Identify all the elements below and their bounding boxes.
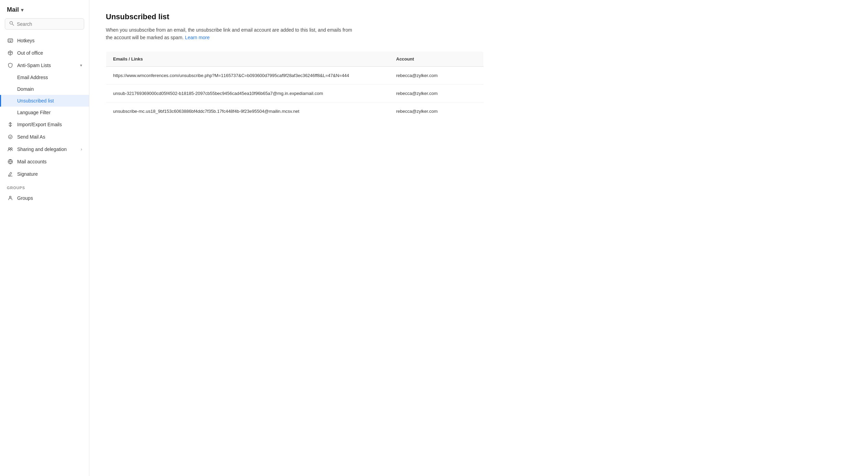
app-title-chevron-icon: ▾: [21, 7, 23, 13]
table-cell-email: https://www.wmconferences.com/unsubscrib…: [106, 66, 389, 84]
hotkeys-icon: [7, 38, 14, 43]
sidebar-item-domain[interactable]: Domain: [0, 83, 89, 95]
sidebar-item-signature-label: Signature: [17, 171, 82, 177]
sidebar-item-send-mail-as[interactable]: Send Mail As: [0, 131, 89, 143]
sidebar-item-anti-spam-label: Anti-Spam Lists: [17, 63, 77, 68]
table-cell-email: unsubscribe-mc.us18_9bf153c6063886bf4ddc…: [106, 102, 389, 120]
svg-rect-7: [10, 41, 11, 42]
table-header-emails: Emails / Links: [106, 51, 389, 66]
sidebar-item-import-export-label: Import/Export Emails: [17, 122, 82, 127]
sidebar-item-send-mail-as-label: Send Mail As: [17, 134, 82, 140]
sidebar-item-groups[interactable]: Groups: [0, 192, 89, 204]
page-description: When you unsubscribe from an email, the …: [106, 26, 353, 42]
sidebar-item-hotkeys[interactable]: Hotkeys: [0, 34, 89, 47]
table-row: unsub-321769369000cd05f4502-b18185-2097c…: [106, 84, 484, 102]
page-title: Unsubscribed list: [106, 12, 852, 21]
table-cell-account: rebecca@zylker.com: [389, 102, 484, 120]
sidebar-item-groups-label: Groups: [17, 195, 82, 201]
sidebar-item-unsubscribed-list[interactable]: Unsubscribed list: [0, 95, 89, 107]
sidebar-item-mail-accounts[interactable]: Mail accounts: [0, 155, 89, 168]
svg-rect-2: [8, 39, 13, 42]
search-box[interactable]: [5, 18, 84, 30]
sidebar-item-email-address[interactable]: Email Address: [0, 72, 89, 83]
import-export-icon: [7, 122, 14, 127]
sharing-delegation-icon: [7, 147, 14, 152]
sidebar-item-hotkeys-label: Hotkeys: [17, 38, 82, 43]
sidebar-item-anti-spam[interactable]: Anti-Spam Lists ▾: [0, 59, 89, 72]
app-title-label: Mail: [7, 6, 19, 13]
out-of-office-icon: [7, 50, 14, 56]
table-row: unsubscribe-mc.us18_9bf153c6063886bf4ddc…: [106, 102, 484, 120]
main-content: Unsubscribed list When you unsubscribe f…: [89, 0, 868, 476]
sidebar-item-sharing-delegation-label: Sharing and delegation: [17, 147, 77, 152]
table-cell-email: unsub-321769369000cd05f4502-b18185-2097c…: [106, 84, 389, 102]
sidebar: Mail ▾ Hotkeys: [0, 0, 89, 476]
anti-spam-chevron-icon: ▾: [80, 63, 82, 68]
sidebar-item-mail-accounts-label: Mail accounts: [17, 159, 82, 164]
mail-accounts-icon: [7, 159, 14, 164]
svg-point-14: [10, 196, 11, 198]
page-description-text: When you unsubscribe from an email, the …: [106, 27, 352, 40]
sidebar-item-sharing-delegation[interactable]: Sharing and delegation ›: [0, 143, 89, 155]
table-cell-account: rebecca@zylker.com: [389, 84, 484, 102]
unsubscribed-table: Emails / Links Account https://www.wmcon…: [106, 51, 484, 120]
sidebar-item-unsubscribed-list-label: Unsubscribed list: [17, 98, 54, 104]
svg-point-10: [11, 148, 12, 150]
table-cell-account: rebecca@zylker.com: [389, 66, 484, 84]
svg-rect-6: [9, 41, 9, 42]
groups-icon: [7, 195, 14, 201]
sidebar-item-email-address-label: Email Address: [17, 75, 48, 80]
signature-icon: [7, 171, 14, 177]
svg-rect-4: [10, 40, 11, 41]
svg-line-1: [12, 24, 14, 25]
app-title[interactable]: Mail ▾: [0, 0, 89, 18]
sharing-delegation-chevron-icon: ›: [81, 147, 82, 152]
sidebar-item-out-of-office-label: Out of office: [17, 50, 82, 56]
anti-spam-icon: [7, 63, 14, 68]
learn-more-link[interactable]: Learn more: [185, 35, 210, 40]
sidebar-item-language-filter-label: Language Filter: [17, 110, 51, 115]
svg-rect-5: [11, 40, 12, 41]
table-header-account: Account: [389, 51, 484, 66]
groups-section-label: GROUPS: [0, 180, 89, 192]
search-input[interactable]: [17, 21, 80, 27]
sidebar-item-import-export[interactable]: Import/Export Emails: [0, 118, 89, 131]
sidebar-item-language-filter[interactable]: Language Filter: [0, 107, 89, 118]
search-icon: [9, 21, 14, 27]
sidebar-item-domain-label: Domain: [17, 86, 34, 92]
sidebar-item-signature[interactable]: Signature: [0, 168, 89, 180]
svg-point-9: [9, 148, 10, 150]
svg-point-8: [9, 135, 12, 139]
svg-rect-3: [9, 40, 9, 41]
sidebar-item-out-of-office[interactable]: Out of office: [0, 47, 89, 59]
table-row: https://www.wmconferences.com/unsubscrib…: [106, 66, 484, 84]
send-mail-as-icon: [7, 134, 14, 140]
